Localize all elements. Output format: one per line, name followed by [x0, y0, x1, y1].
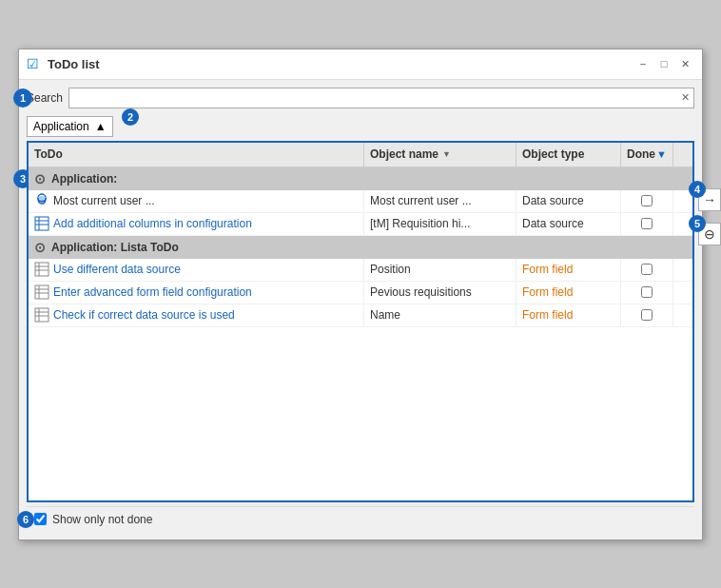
grid-icon-2	[34, 262, 49, 277]
search-row: 1 Search ✕	[27, 88, 694, 108]
col-object-type: Object type	[516, 143, 621, 167]
table-row: Most current user ... Most current user …	[29, 190, 692, 213]
minimize-button[interactable]: −	[633, 54, 653, 73]
row-end-3	[673, 259, 692, 281]
todo-table: ToDo Object name ▼ Object type Done ▼ ⊙	[27, 141, 694, 502]
collapse-icon-1: ⊙	[34, 171, 46, 186]
main-content: 1 Search ✕ Application ▲ 2 3 ToDo	[19, 80, 702, 539]
todo-cell-3: Use different data source	[29, 259, 364, 281]
done-cell-1[interactable]	[621, 190, 673, 212]
window-icon: ☑	[27, 56, 42, 71]
object-name-cell-3: Position	[364, 259, 516, 281]
group-lista-todo[interactable]: ⊙ Application: Lista ToDo	[29, 236, 692, 259]
grid-icon-4	[34, 307, 49, 323]
done-checkbox-4[interactable]	[641, 286, 653, 298]
table-header: ToDo Object name ▼ Object type Done ▼	[29, 143, 692, 167]
sort-arrow-object-name: ▼	[442, 149, 451, 159]
object-name-cell-1: Most current user ...	[364, 190, 516, 212]
row-end-5	[673, 304, 692, 326]
badge-1: 1	[13, 88, 32, 108]
table-row: Check if correct data source is used Nam…	[29, 304, 692, 327]
close-button[interactable]: ✕	[675, 54, 694, 73]
done-checkbox-2[interactable]	[641, 218, 653, 229]
badge-5: 5	[689, 215, 706, 232]
title-controls: − □ ✕	[633, 54, 694, 73]
table-row: Use different data source Position Form …	[29, 259, 692, 282]
search-input[interactable]	[68, 88, 694, 108]
svg-rect-7	[35, 263, 49, 276]
todo-cell-2: Add additional columns in configuration	[29, 213, 364, 235]
object-name-cell-2: [tM] Requisition hi...	[364, 213, 516, 235]
object-name-cell-5: Name	[364, 304, 516, 326]
datasource-icon	[34, 193, 49, 208]
svg-point-1	[38, 196, 46, 200]
footer-bar: 6 Show only not done	[27, 506, 694, 532]
todo-cell-4: Enter advanced form field configuration	[29, 282, 364, 304]
group-label-1: Application:	[51, 172, 117, 186]
restore-button[interactable]: □	[654, 54, 673, 73]
filter-arrow-icon: ▲	[95, 120, 107, 133]
done-cell-5[interactable]	[621, 304, 673, 326]
badge-2: 2	[122, 108, 139, 126]
object-type-cell-1: Data source	[516, 190, 621, 212]
show-only-not-done-label[interactable]: Show only not done	[52, 513, 152, 526]
done-filter-icon: ▼	[656, 148, 667, 160]
show-only-not-done-checkbox[interactable]	[34, 513, 47, 525]
object-type-cell-4: Form field	[516, 282, 621, 304]
todo-cell: Most current user ...	[29, 190, 364, 212]
table-row: Add additional columns in configuration …	[29, 213, 692, 236]
badge-6: 6	[17, 511, 34, 528]
collapse-icon-2: ⊙	[34, 240, 46, 255]
filter-label: Application	[33, 120, 89, 133]
group-application[interactable]: ⊙ Application:	[29, 167, 692, 190]
todo-cell-5: Check if correct data source is used	[29, 304, 364, 326]
todo-list-window: ☑ ToDo list − □ ✕ 1 Search ✕ Application…	[18, 49, 703, 540]
table-row: Enter advanced form field configuration …	[29, 282, 692, 304]
todo-text-1: Most current user ...	[53, 194, 155, 207]
done-checkbox-1[interactable]	[641, 195, 653, 206]
badge-4: 4	[689, 181, 706, 198]
object-name-cell-4: Pevious requisitions	[364, 282, 516, 304]
filter-row: Application ▲ 2	[27, 116, 694, 137]
search-clear-button[interactable]: ✕	[677, 90, 692, 106]
svg-rect-11	[35, 285, 49, 299]
window-title: ToDo list	[48, 57, 633, 71]
search-input-wrap: ✕	[68, 88, 694, 108]
grid-icon-3	[34, 284, 49, 300]
done-cell-3[interactable]	[621, 259, 673, 281]
done-cell-2[interactable]	[621, 213, 673, 235]
todo-link-5[interactable]: Check if correct data source is used	[53, 308, 235, 322]
todo-link-2[interactable]: Add additional columns in configuration	[53, 217, 252, 230]
svg-rect-15	[35, 308, 49, 322]
group-label-2: Application: Lista ToDo	[51, 241, 179, 254]
done-checkbox-5[interactable]	[641, 309, 653, 321]
col-done[interactable]: Done ▼	[621, 143, 673, 167]
todo-link-4[interactable]: Enter advanced form field configuration	[53, 285, 252, 299]
row-end-4	[673, 282, 692, 304]
filter-dropdown[interactable]: Application ▲	[27, 116, 113, 137]
col-object-name[interactable]: Object name ▼	[364, 143, 516, 167]
object-type-cell-3: Form field	[516, 259, 621, 281]
table-wrapper: 3 ToDo Object name ▼ Object type Done ▼	[27, 141, 694, 502]
col-todo: ToDo	[29, 143, 364, 167]
col-spacer	[673, 143, 692, 167]
title-bar: ☑ ToDo list − □ ✕	[19, 49, 702, 80]
svg-rect-3	[35, 217, 49, 230]
grid-icon-1	[34, 216, 49, 231]
done-cell-4[interactable]	[621, 282, 673, 304]
object-type-cell-2: Data source	[516, 213, 621, 235]
done-checkbox-3[interactable]	[641, 264, 653, 275]
todo-link-3[interactable]: Use different data source	[53, 263, 181, 276]
object-type-cell-5: Form field	[516, 304, 621, 326]
side-buttons: 4 → 5 ⊖	[698, 188, 721, 245]
